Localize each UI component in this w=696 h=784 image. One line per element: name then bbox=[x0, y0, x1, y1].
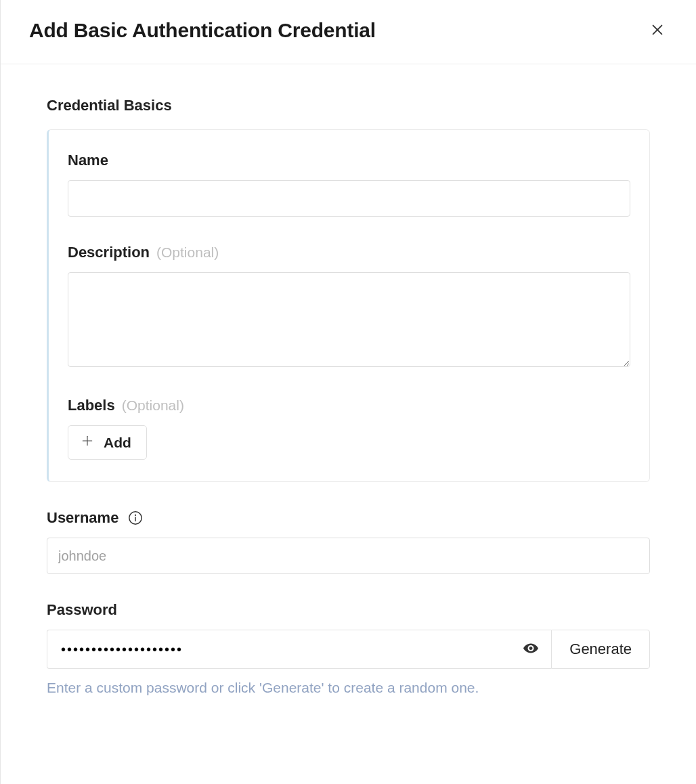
password-input[interactable] bbox=[47, 630, 551, 669]
labels-field-group: Labels (Optional) Add bbox=[68, 397, 630, 460]
name-input[interactable] bbox=[68, 180, 630, 217]
password-input-wrap bbox=[47, 630, 551, 669]
close-button[interactable] bbox=[647, 20, 668, 42]
description-input[interactable] bbox=[68, 272, 630, 367]
description-field-group: Description (Optional) bbox=[68, 244, 630, 370]
password-field-group: Password Generate Enter a custom passwor… bbox=[47, 601, 650, 696]
password-label: Password bbox=[47, 601, 117, 619]
name-label: Name bbox=[68, 152, 108, 169]
description-label: Description bbox=[68, 244, 150, 261]
dialog-title: Add Basic Authentication Credential bbox=[29, 19, 376, 42]
plus-icon bbox=[81, 434, 94, 451]
section-title-basics: Credential Basics bbox=[47, 97, 650, 114]
eye-icon bbox=[523, 640, 539, 659]
password-row: Generate bbox=[47, 630, 650, 669]
dialog-header: Add Basic Authentication Credential bbox=[1, 0, 696, 64]
svg-point-6 bbox=[135, 515, 136, 516]
labels-optional-tag: (Optional) bbox=[122, 397, 184, 414]
credential-basics-card: Name Description (Optional) Labels (Opti… bbox=[47, 129, 650, 482]
info-icon[interactable] bbox=[128, 510, 143, 525]
add-label-text: Add bbox=[104, 435, 131, 451]
username-label: Username bbox=[47, 509, 118, 527]
toggle-password-visibility-button[interactable] bbox=[520, 638, 542, 661]
generate-password-button[interactable]: Generate bbox=[551, 630, 650, 669]
name-field-group: Name bbox=[68, 152, 630, 217]
username-input[interactable] bbox=[47, 538, 650, 574]
description-optional-tag: (Optional) bbox=[156, 244, 219, 261]
close-icon bbox=[650, 22, 665, 39]
add-label-button[interactable]: Add bbox=[68, 425, 147, 460]
username-field-group: Username bbox=[47, 509, 650, 574]
password-hint: Enter a custom password or click 'Genera… bbox=[47, 680, 650, 696]
labels-label: Labels bbox=[68, 397, 115, 414]
dialog-content: Credential Basics Name Description (Opti… bbox=[1, 64, 696, 750]
